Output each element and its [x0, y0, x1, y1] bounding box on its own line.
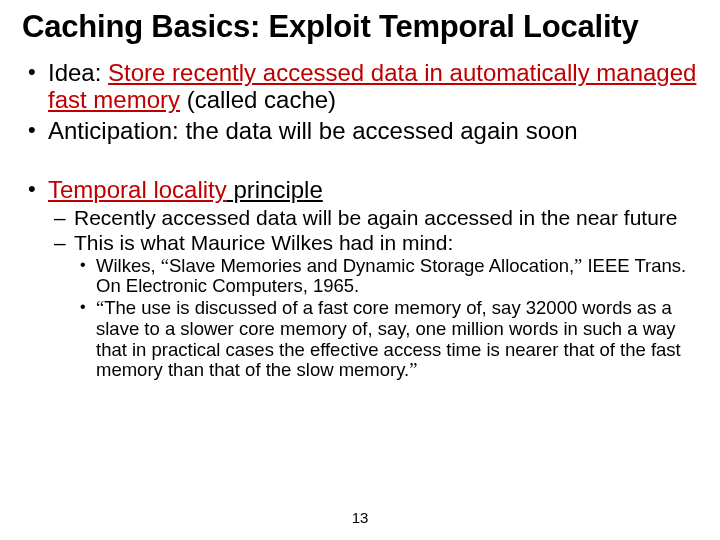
bullet-list: Temporal locality principle Recently acc… [22, 177, 698, 381]
text: (called cache) [180, 86, 336, 113]
cite-item: “The use is discussed of a fast core mem… [74, 298, 698, 381]
bullet-anticipation: Anticipation: the data will be accessed … [22, 118, 698, 145]
text: Idea: [48, 59, 108, 86]
sub-bullet: Recently accessed data will be again acc… [48, 206, 698, 230]
sub-list: Recently accessed data will be again acc… [48, 206, 698, 381]
slide: Caching Basics: Exploit Temporal Localit… [0, 0, 720, 540]
text: Wilkes, [96, 255, 161, 276]
highlight-text: Temporal locality [48, 176, 227, 203]
text: principle [227, 176, 323, 203]
text: The use is discussed of a fast core memo… [96, 297, 681, 380]
page-number: 13 [0, 509, 720, 526]
bullet-idea: Idea: Store recently accessed data in au… [22, 60, 698, 114]
open-quote: “ [161, 256, 169, 276]
open-quote: “ [96, 298, 104, 318]
slide-title: Caching Basics: Exploit Temporal Localit… [22, 10, 698, 44]
text: Slave Memories and Dynamic Storage Alloc… [169, 255, 574, 276]
text: This is what Maurice Wilkes had in mind: [74, 231, 453, 254]
bullet-principle: Temporal locality principle Recently acc… [22, 177, 698, 381]
cite-item: Wilkes, “Slave Memories and Dynamic Stor… [74, 256, 698, 297]
spacer [22, 149, 698, 177]
bullet-list: Idea: Store recently accessed data in au… [22, 60, 698, 145]
cite-list: Wilkes, “Slave Memories and Dynamic Stor… [74, 256, 698, 381]
highlight-text: Store recently accessed data in automati… [48, 59, 696, 113]
sub-bullet: This is what Maurice Wilkes had in mind:… [48, 231, 698, 381]
close-quote: ” [409, 360, 417, 380]
